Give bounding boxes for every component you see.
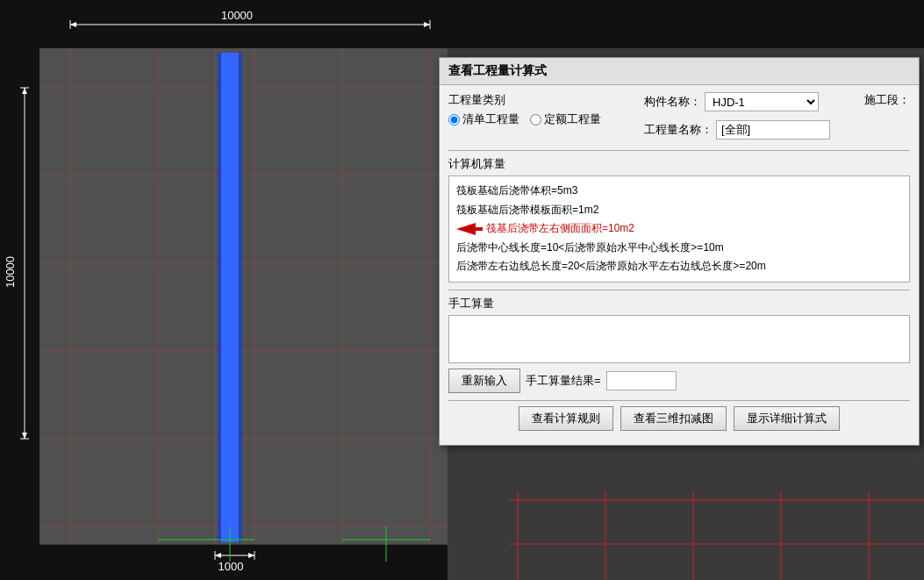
dialog-body: 工程量类别 清单工程量 定额工程量 构件名称： HJD-1 — [440, 85, 919, 445]
svg-marker-46 — [456, 223, 483, 235]
reinput-button[interactable]: 重新输入 — [448, 369, 520, 393]
manual-calc-box[interactable] — [448, 315, 910, 363]
bottom-btn-row: 查看计算规则 查看三维扣减图 显示详细计算式 — [448, 406, 910, 438]
svg-text:1000: 1000 — [218, 560, 244, 573]
manual-result-row: 重新输入 手工算量结果= — [448, 369, 910, 393]
radio-dinge-input[interactable] — [530, 114, 541, 125]
separator2 — [448, 290, 910, 290]
calc-machine-label: 计算机算量 — [448, 156, 910, 172]
calc-line-3-text: 筏基后浇带左右侧面面积=10m2 — [486, 219, 634, 239]
component-name-select[interactable]: HJD-1 — [705, 92, 819, 111]
quantity-type-section: 工程量类别 清单工程量 定额工程量 — [448, 92, 601, 127]
manual-calc-label: 手工算量 — [448, 296, 910, 311]
quantity-name-input[interactable] — [716, 120, 830, 140]
separator1 — [448, 150, 910, 151]
detail-calc-button[interactable]: 显示详细计算式 — [734, 406, 840, 431]
component-name-label: 构件名称： — [644, 94, 701, 110]
svg-marker-26 — [70, 22, 76, 27]
component-section: 构件名称： HJD-1 工程量名称： — [644, 92, 830, 145]
svg-rect-21 — [218, 53, 221, 542]
radio-dinge[interactable]: 定额工程量 — [530, 111, 601, 127]
svg-rect-22 — [239, 53, 242, 542]
manual-result-input[interactable] — [606, 371, 677, 390]
red-arrow-icon — [456, 223, 483, 235]
dialog-title: 查看工程量计算式 — [440, 58, 919, 85]
svg-marker-36 — [215, 553, 221, 558]
component-name-row: 构件名称： HJD-1 — [644, 92, 830, 111]
svg-marker-27 — [424, 22, 430, 27]
calc-line-1: 筏板基础后浇带体积=5m3 — [456, 182, 902, 201]
svg-rect-20 — [218, 53, 242, 542]
quantity-type-label: 工程量类别 — [448, 92, 601, 108]
calc-line-3: 筏基后浇带左右侧面面积=10m2 — [456, 219, 902, 239]
calc-line-5: 后浇带左右边线总长度=20<后浇带原始水平左右边线总长度>=20m — [456, 257, 902, 276]
quantity-name-label: 工程量名称： — [644, 122, 713, 138]
manual-calc-textarea[interactable] — [455, 319, 904, 359]
dialog-quantity-calc: 查看工程量计算式 工程量类别 清单工程量 定额工程量 — [439, 57, 920, 446]
svg-marker-31 — [22, 88, 27, 94]
calc-box: 筏板基础后浇带体积=5m3 筏板基础后浇带模板面积=1m2 筏基后浇带左右侧面面… — [448, 175, 910, 283]
construction-stage-section: 施工段： — [864, 92, 910, 108]
radio-qingdan-label: 清单工程量 — [462, 111, 519, 127]
radio-group: 清单工程量 定额工程量 — [448, 111, 601, 127]
quantity-name-row: 工程量名称： — [644, 120, 830, 140]
calc-line-2: 筏板基础后浇带模板面积=1m2 — [456, 201, 902, 220]
manual-result-label: 手工算量结果= — [526, 373, 601, 389]
3d-view-button[interactable]: 查看三维扣减图 — [620, 406, 727, 431]
separator3 — [448, 400, 910, 401]
radio-qingdan-input[interactable] — [448, 114, 460, 125]
svg-marker-32 — [22, 433, 27, 439]
calc-line-4: 后浇带中心线长度=10<后浇带原始水平中心线长度>=10m — [456, 239, 902, 258]
radio-qingdan[interactable]: 清单工程量 — [448, 111, 519, 127]
svg-text:10000: 10000 — [221, 9, 253, 22]
svg-marker-37 — [248, 553, 254, 558]
calc-rule-button[interactable]: 查看计算规则 — [519, 406, 613, 431]
radio-dinge-label: 定额工程量 — [544, 111, 601, 127]
construction-stage-label: 施工段： — [864, 93, 910, 106]
svg-rect-19 — [39, 48, 448, 544]
svg-text:10000: 10000 — [4, 256, 17, 288]
